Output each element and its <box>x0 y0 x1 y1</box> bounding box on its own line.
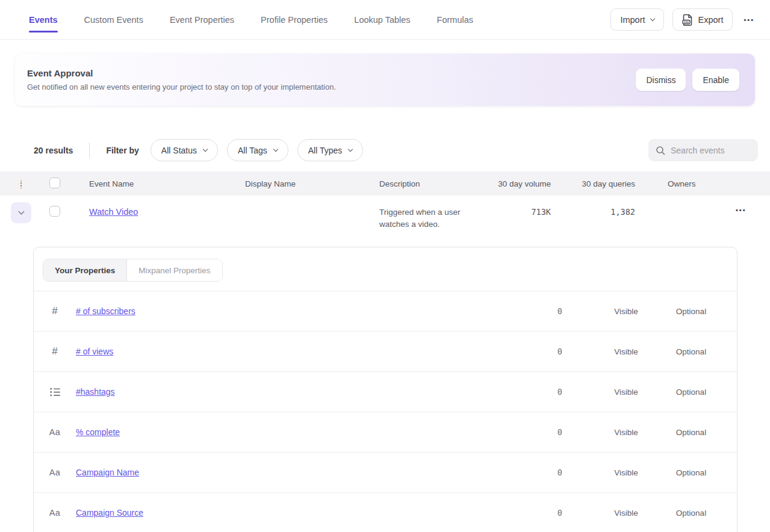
property-name-link[interactable]: # of subscribers <box>76 306 135 316</box>
header-volume: 30 day volume <box>494 179 554 188</box>
property-name-link[interactable]: # of views <box>76 347 113 356</box>
tab-profile-properties[interactable]: Profile Properties <box>261 0 328 40</box>
filter-dropdown-all-types[interactable]: All Types <box>297 139 364 161</box>
property-volume: 0 <box>520 508 594 518</box>
more-icon: ••• <box>736 206 747 214</box>
properties-panel: Your PropertiesMixpanel Properties ## of… <box>33 247 737 532</box>
property-requirement: Optional <box>659 468 724 477</box>
export-button[interactable]: csv Export <box>672 8 733 31</box>
csv-file-icon: csv <box>682 14 693 26</box>
tab-custom-events[interactable]: Custom Events <box>84 0 143 40</box>
dropdown-label: All Status <box>161 146 197 155</box>
property-name-link[interactable]: #hashtags <box>76 387 115 397</box>
tab-mixpanel-properties[interactable]: Mixpanel Properties <box>127 259 222 281</box>
select-all-checkbox[interactable] <box>49 178 60 188</box>
property-name-link[interactable]: Campaign Name <box>76 468 139 477</box>
property-volume: 0 <box>520 468 594 477</box>
property-volume: 0 <box>520 387 594 397</box>
header-owners: Owners <box>638 179 716 188</box>
more-icon: ••• <box>744 16 754 23</box>
export-button-label: Export <box>698 15 724 25</box>
filter-by-label: Filter by <box>106 146 138 155</box>
event-queries: 1,382 <box>554 207 638 217</box>
property-requirement: Optional <box>659 347 724 356</box>
svg-text:csv: csv <box>683 20 688 23</box>
nav-actions: Import csv Export ••• <box>610 8 757 31</box>
property-visibility: Visible <box>594 428 659 437</box>
search-icon <box>656 146 665 155</box>
tab-formulas[interactable]: Formulas <box>437 0 473 40</box>
search-box[interactable] <box>648 139 758 161</box>
property-visibility: Visible <box>594 509 659 518</box>
property-row: ## of views0VisibleOptional <box>34 332 737 372</box>
tab-event-properties[interactable]: Event Properties <box>170 0 234 40</box>
enable-button[interactable]: Enable <box>692 69 739 91</box>
header-event-name: Event Name <box>89 179 245 188</box>
chevron-down-icon <box>18 209 24 215</box>
property-row: Aa% complete0VisibleOptional <box>34 412 737 453</box>
event-approval-banner: Event Approval Get notified on all new e… <box>15 54 755 106</box>
banner-subtitle: Get notified on all new events entering … <box>27 82 336 91</box>
text-type-icon: Aa <box>34 468 76 477</box>
row-checkbox[interactable] <box>49 206 60 217</box>
banner-text: Event Approval Get notified on all new e… <box>27 68 336 91</box>
text-type-icon: Aa <box>34 427 76 437</box>
dismiss-button[interactable]: Dismiss <box>636 69 686 91</box>
import-button-label: Import <box>620 15 645 25</box>
property-volume: 0 <box>520 347 594 356</box>
collapse-all-button[interactable]: ↓ ↑ <box>19 179 23 188</box>
chevron-down-icon <box>273 146 278 151</box>
property-requirement: Optional <box>659 388 724 397</box>
property-volume: 0 <box>520 306 594 316</box>
filter-dropdown-all-status[interactable]: All Status <box>151 139 218 161</box>
event-row: Watch Video Triggered when a user watche… <box>0 196 770 238</box>
event-volume: 713K <box>494 207 554 217</box>
row-actions-button[interactable]: ••• <box>733 203 749 217</box>
tab-your-properties[interactable]: Your Properties <box>43 259 127 281</box>
dropdown-label: All Types <box>308 146 343 155</box>
property-volume: 0 <box>520 427 594 437</box>
header-display-name: Display Name <box>245 179 379 188</box>
property-visibility: Visible <box>594 388 659 397</box>
event-description: Triggered when a user watches a video. <box>379 206 477 230</box>
property-row: AaCampaign Source0VisibleOptional <box>34 493 737 532</box>
property-row: AaCampaign Name0VisibleOptional <box>34 453 737 493</box>
filter-dropdown-all-tags[interactable]: All Tags <box>227 139 288 161</box>
tab-events[interactable]: Events <box>29 0 58 40</box>
tab-lookup-tables[interactable]: Lookup Tables <box>354 0 410 40</box>
properties-rows: ## of subscribers0VisibleOptional## of v… <box>34 291 737 532</box>
chevron-down-icon <box>203 146 208 151</box>
property-row: ## of subscribers0VisibleOptional <box>34 291 737 332</box>
property-name-link[interactable]: Campaign Source <box>76 508 143 518</box>
more-options-button[interactable]: ••• <box>741 13 757 27</box>
filter-bar: 20 results Filter by All StatusAll TagsA… <box>34 139 758 161</box>
property-requirement: Optional <box>659 428 724 437</box>
dropdown-label: All Tags <box>238 146 267 155</box>
chevron-down-icon <box>348 146 353 151</box>
import-button[interactable]: Import <box>610 8 663 31</box>
chevron-down-icon <box>650 16 654 20</box>
property-requirement: Optional <box>659 307 724 316</box>
collapse-row-button[interactable] <box>11 202 31 223</box>
banner-actions: Dismiss Enable <box>636 69 739 91</box>
property-visibility: Visible <box>594 307 659 316</box>
results-count: 20 results <box>34 146 73 155</box>
number-type-icon: # <box>34 305 76 317</box>
events-table-header: ↓ ↑ Event Name Display Name Description … <box>0 172 770 196</box>
event-name-link[interactable]: Watch Video <box>89 207 138 217</box>
filter-dropdowns: All StatusAll TagsAll Types <box>151 139 363 161</box>
text-type-icon: Aa <box>34 508 76 518</box>
search-input[interactable] <box>671 146 752 155</box>
banner-title: Event Approval <box>27 68 336 78</box>
property-name-link[interactable]: % complete <box>76 427 120 437</box>
header-description: Description <box>379 179 494 188</box>
property-visibility: Visible <box>594 468 659 477</box>
divider <box>89 143 90 158</box>
header-queries: 30 day queries <box>554 179 638 188</box>
property-row: #hashtags0VisibleOptional <box>34 372 737 412</box>
list-type-icon <box>34 386 76 397</box>
top-nav: EventsCustom EventsEvent PropertiesProfi… <box>0 0 770 40</box>
property-visibility: Visible <box>594 347 659 356</box>
nav-tabs: EventsCustom EventsEvent PropertiesProfi… <box>29 0 473 40</box>
property-requirement: Optional <box>659 509 724 518</box>
